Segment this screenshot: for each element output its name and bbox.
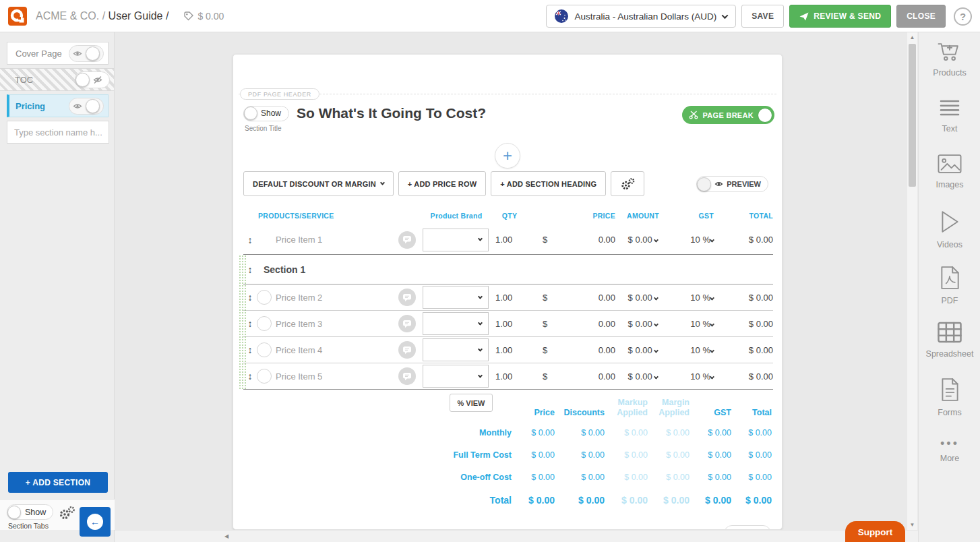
price-item-name[interactable]: Price Item 5: [276, 371, 398, 382]
help-icon[interactable]: ?: [954, 7, 972, 26]
currency-selector[interactable]: Australia - Australian Dollars (AUD): [546, 5, 736, 28]
comment-bubble-icon[interactable]: [398, 231, 416, 249]
drag-handle-icon[interactable]: ↕: [243, 371, 257, 382]
gst-dropdown[interactable]: 10 %: [671, 345, 714, 355]
toolbox-item-forms[interactable]: Forms: [919, 378, 980, 417]
price-input[interactable]: 0.00: [567, 319, 615, 329]
row-select-radio[interactable]: [257, 316, 272, 331]
drag-handle-icon[interactable]: ↕: [243, 292, 257, 303]
product-brand-select[interactable]: [423, 338, 489, 361]
toolbox-item-videos[interactable]: Videos: [919, 210, 980, 249]
drag-handle-icon[interactable]: ↕: [243, 264, 257, 275]
pricing-settings-gear-icon[interactable]: [611, 171, 644, 196]
section-heading-label[interactable]: Section 1: [264, 264, 305, 275]
drag-handle-icon[interactable]: ↕: [243, 344, 257, 355]
row-select-radio[interactable]: [257, 369, 272, 384]
gst-dropdown[interactable]: 10 %: [671, 235, 714, 245]
sidebar-item-cover-page[interactable]: Cover Page: [7, 42, 109, 65]
toolbox-item-pdf[interactable]: PDF: [919, 266, 980, 305]
price-item-name[interactable]: Price Item 4: [276, 345, 398, 355]
cover-page-visibility-toggle[interactable]: [69, 45, 104, 62]
add-price-row-button[interactable]: + ADD PRICE ROW: [398, 171, 487, 196]
section-tabs-show-toggle[interactable]: Show: [7, 504, 53, 520]
pdf-page-header-pill[interactable]: PDF PAGE HEADER: [240, 88, 319, 100]
close-button[interactable]: CLOSE: [896, 5, 946, 28]
toolbox-item-images[interactable]: Images: [919, 154, 980, 189]
horizontal-scrollbar[interactable]: ◀: [115, 530, 918, 542]
section-title[interactable]: So What's It Going To Cost?: [297, 105, 486, 121]
new-section-name-input[interactable]: [7, 121, 109, 144]
summary-row-label: Total: [450, 495, 514, 506]
toolbox-item-text[interactable]: Text: [919, 98, 980, 133]
toolbox-label: Spreadsheet: [919, 349, 980, 359]
amount-dropdown[interactable]: $ 0.00: [615, 371, 671, 382]
price-item-name[interactable]: Price Item 2: [276, 293, 398, 303]
app-logo-icon[interactable]: [8, 7, 27, 26]
save-button[interactable]: SAVE: [741, 5, 784, 28]
gst-dropdown[interactable]: 10 %: [671, 293, 714, 303]
summary-value: $ 0.00: [648, 473, 690, 482]
scroll-left-icon[interactable]: ◀: [224, 533, 228, 539]
toolbox-item-more[interactable]: ••• More: [919, 437, 980, 463]
amount-dropdown[interactable]: $ 0.00: [615, 319, 671, 329]
toolbox-item-products[interactable]: Products: [919, 42, 980, 78]
product-brand-select[interactable]: [423, 229, 489, 251]
section-title-show-toggle[interactable]: Show: [243, 106, 289, 121]
price-input[interactable]: 0.00: [567, 345, 615, 355]
preview-toggle[interactable]: PREVIEW: [696, 176, 768, 192]
drag-handle-icon[interactable]: ↕: [243, 318, 257, 329]
row-select-radio[interactable]: [257, 290, 272, 305]
comment-bubble-icon[interactable]: [398, 289, 416, 306]
section-settings-gear-icon[interactable]: [58, 505, 75, 524]
page-break-toggle[interactable]: PAGE BREAK: [682, 106, 774, 124]
add-section-heading-button[interactable]: + ADD SECTION HEADING: [491, 171, 606, 196]
price-input[interactable]: 0.00: [567, 235, 615, 245]
pricing-visibility-toggle[interactable]: [69, 98, 104, 115]
qty-input[interactable]: 1.00: [490, 371, 529, 382]
qty-input[interactable]: 1.00: [490, 293, 529, 303]
qty-input[interactable]: 1.00: [490, 235, 529, 245]
add-content-button[interactable]: +: [495, 143, 520, 169]
toc-visibility-toggle[interactable]: [75, 71, 110, 88]
qty-input[interactable]: 1.00: [490, 319, 529, 329]
vertical-scrollbar[interactable]: ▲ ▼: [907, 32, 917, 530]
drag-handle-icon[interactable]: ↕: [243, 235, 257, 245]
sidebar-item-pricing[interactable]: Pricing: [7, 94, 109, 117]
amount-dropdown[interactable]: $ 0.00: [615, 345, 671, 355]
scroll-up-icon[interactable]: ▲: [907, 32, 917, 42]
default-discount-dropdown[interactable]: DEFAULT DISCOUNT OR MARGIN: [243, 171, 394, 196]
scrollbar-thumb[interactable]: [909, 44, 916, 187]
sidebar-item-toc[interactable]: TOC: [0, 68, 114, 91]
chevron-down-icon: [722, 12, 729, 19]
price-input[interactable]: 0.00: [567, 371, 615, 382]
collapse-sidebar-button[interactable]: ←: [80, 507, 111, 537]
comment-bubble-icon[interactable]: [398, 367, 416, 385]
support-button[interactable]: Support: [845, 521, 905, 542]
amount-dropdown[interactable]: $ 0.00: [615, 293, 671, 303]
col-price: PRICE: [567, 212, 615, 220]
summary-header: % VIEW Price Discounts Markup Applied Ma…: [450, 394, 772, 421]
product-brand-select[interactable]: [423, 286, 489, 309]
comment-bubble-icon[interactable]: [398, 341, 416, 359]
price-item-name[interactable]: Price Item 1: [276, 235, 398, 245]
product-brand-select[interactable]: [423, 365, 489, 388]
breadcrumb-company[interactable]: ACME & CO. /: [36, 10, 105, 22]
amount-dropdown[interactable]: $ 0.00: [615, 235, 671, 245]
toggle-knob: [86, 99, 100, 113]
review-send-button[interactable]: REVIEW & SEND: [789, 5, 891, 28]
summary-value: $ 0.00: [514, 495, 555, 506]
scroll-down-icon[interactable]: ▼: [907, 520, 917, 530]
add-section-button[interactable]: + ADD SECTION: [8, 472, 108, 493]
gst-dropdown[interactable]: 10 %: [671, 319, 714, 329]
comment-bubble-icon[interactable]: [398, 315, 416, 332]
percent-view-button[interactable]: % VIEW: [450, 394, 493, 412]
price-input[interactable]: 0.00: [567, 293, 615, 303]
toolbox-item-spreadsheet[interactable]: Spreadsheet: [919, 322, 980, 359]
tag-icon: [183, 11, 194, 22]
gst-dropdown[interactable]: 10 %: [671, 371, 714, 382]
qty-input[interactable]: 1.00: [490, 345, 529, 355]
row-select-radio[interactable]: [257, 342, 272, 357]
summary-col-gst: GST: [690, 408, 731, 417]
price-item-name[interactable]: Price Item 3: [276, 319, 398, 329]
product-brand-select[interactable]: [423, 312, 489, 335]
